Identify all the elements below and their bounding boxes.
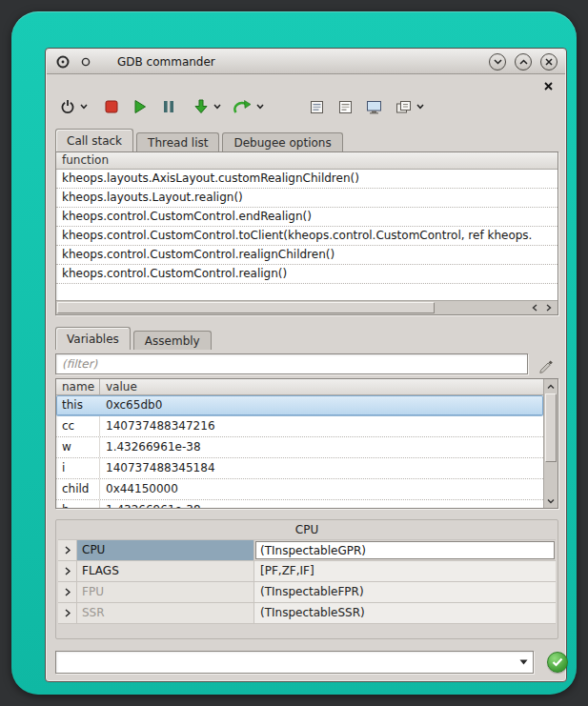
debug-toolbar — [57, 92, 557, 121]
cpu-row-name: SSR — [77, 603, 254, 623]
tab-debugee-options[interactable]: Debugee options — [222, 132, 342, 151]
combobox-dropdown-icon[interactable] — [516, 653, 532, 672]
variable-row[interactable]: i 140737488345184 — [56, 458, 543, 479]
call-stack-list: function kheops.layouts.AxisLayout.custo… — [55, 151, 558, 315]
close-button[interactable] — [540, 53, 558, 71]
cpu-row-value-editor[interactable]: (TInspectableGPR) — [255, 541, 555, 559]
cpu-row-gpr[interactable]: CPU (TInspectableGPR) — [58, 540, 556, 561]
middle-tab-bar: Variables Assembly — [55, 327, 214, 350]
power-button[interactable] — [57, 95, 78, 118]
cpu-row-flags[interactable]: FLAGS [PF,ZF,IF] — [58, 561, 556, 582]
variable-value: 1.43266961e-38 — [100, 500, 543, 509]
window-menu-icon[interactable] — [77, 53, 94, 71]
show-log-button[interactable] — [335, 95, 355, 118]
window-title: GDB commander — [117, 55, 215, 69]
tab-assembly[interactable]: Assembly — [133, 331, 212, 350]
variable-name: child — [56, 479, 100, 499]
filter-row — [55, 353, 557, 374]
cpu-row-value: (TInspectableSSR) — [254, 603, 556, 623]
variable-row[interactable]: b 1.43266961e-38 — [56, 500, 543, 509]
show-output-button[interactable] — [306, 95, 327, 118]
send-command-button[interactable] — [547, 652, 568, 673]
stop-button[interactable] — [101, 95, 122, 118]
tab-thread-list[interactable]: Thread list — [136, 132, 219, 151]
cpu-row-ssr[interactable]: SSR (TInspectableSSR) — [58, 603, 556, 624]
horizontal-scrollbar[interactable] — [56, 300, 558, 314]
filter-icon[interactable] — [537, 356, 555, 373]
cpu-row-value: (TInspectableFPR) — [254, 582, 556, 602]
cpu-groupbox: CPU CPU (TInspectableGPR) FLAGS [PF,ZF,I… — [55, 519, 558, 639]
call-stack-column-header: function — [56, 152, 558, 170]
cpu-row-value: [PF,ZF,IF] — [254, 561, 556, 581]
variable-value: 140737488345184 — [100, 458, 543, 478]
variable-name: b — [56, 500, 100, 509]
scroll-right-icon[interactable] — [542, 302, 556, 313]
variables-table: name value this 0xc65db0 cc 140737488347… — [55, 378, 558, 509]
variable-row[interactable]: cc 140737488347216 — [56, 416, 543, 437]
expander-icon[interactable] — [58, 540, 77, 560]
power-dropdown-icon[interactable] — [78, 95, 90, 118]
variable-value: 140737488347216 — [100, 416, 543, 436]
call-stack-row[interactable]: kheops.control.CustomControl.toClient(kh… — [56, 227, 558, 246]
decorative-frame: GDB commander — [11, 11, 577, 695]
cpu-row-name: FPU — [77, 582, 254, 602]
top-tab-bar: Call stack Thread list Debugee options — [55, 129, 346, 151]
maximize-button[interactable] — [515, 53, 532, 71]
app-icon — [54, 53, 71, 71]
call-stack-row[interactable]: kheops.control.CustomControl.realignChil… — [56, 246, 558, 265]
tab-variables[interactable]: Variables — [55, 327, 131, 350]
call-stack-row[interactable]: kheops.control.CustomControl.realign() — [56, 265, 558, 284]
show-memory-button[interactable] — [363, 95, 385, 118]
command-row — [55, 651, 558, 674]
cpu-row-name: FLAGS — [77, 561, 254, 581]
variable-value: 1.43266961e-38 — [100, 437, 543, 457]
call-stack-row[interactable]: kheops.layouts.AxisLayout.customRealignC… — [56, 170, 558, 189]
vertical-scrollbar-thumb[interactable] — [545, 393, 557, 462]
column-header-value: value — [100, 379, 543, 395]
minimize-button[interactable] — [489, 53, 506, 71]
variable-row[interactable]: w 1.43266961e-38 — [56, 437, 543, 458]
vertical-scrollbar[interactable] — [543, 379, 558, 508]
variable-name: i — [56, 458, 100, 478]
variable-value: 0xc65db0 — [100, 395, 543, 415]
cpu-row-fpu[interactable]: FPU (TInspectableFPR) — [58, 582, 556, 603]
tab-call-stack[interactable]: Call stack — [55, 129, 133, 151]
variable-name: cc — [56, 416, 100, 436]
pause-button[interactable] — [158, 95, 179, 118]
horizontal-scrollbar-thumb[interactable] — [57, 302, 435, 313]
custom-eval-dropdown-icon[interactable] — [415, 95, 426, 118]
step-into-dropdown-icon[interactable] — [212, 95, 223, 118]
expander-icon[interactable] — [58, 603, 77, 623]
column-header-name: name — [56, 379, 100, 395]
step-over-dropdown-icon[interactable] — [254, 95, 266, 118]
expander-icon[interactable] — [58, 561, 77, 581]
step-into-button[interactable] — [191, 95, 212, 118]
dock-close-icon[interactable] — [541, 79, 555, 92]
variable-name: this — [56, 395, 100, 415]
filter-input[interactable] — [55, 353, 528, 374]
titlebar[interactable]: GDB commander — [47, 50, 565, 74]
variable-value: 0x44150000 — [100, 479, 543, 499]
expander-icon[interactable] — [58, 582, 77, 602]
gdb-command-combobox[interactable] — [55, 651, 534, 674]
step-over-button[interactable] — [231, 95, 254, 118]
scroll-up-icon[interactable] — [545, 380, 557, 393]
scroll-down-icon[interactable] — [545, 494, 557, 507]
cpu-row-name: CPU — [77, 540, 254, 560]
cpu-inspector-grid: CPU (TInspectableGPR) FLAGS [PF,ZF,IF] F… — [58, 539, 556, 624]
variable-row[interactable]: child 0x44150000 — [56, 479, 543, 500]
variable-row-selected[interactable]: this 0xc65db0 — [56, 395, 543, 416]
variables-header: name value — [56, 379, 543, 395]
custom-eval-button[interactable] — [393, 95, 415, 118]
cpu-group-title: CPU — [56, 523, 558, 536]
continue-button[interactable] — [130, 95, 151, 118]
call-stack-row[interactable]: kheops.control.CustomControl.endRealign(… — [56, 208, 558, 227]
variable-name: w — [56, 437, 100, 457]
call-stack-row[interactable]: kheops.layouts.Layout.realign() — [56, 189, 558, 208]
scroll-left-icon[interactable] — [528, 302, 541, 313]
gdb-commander-window: GDB commander — [45, 48, 567, 682]
